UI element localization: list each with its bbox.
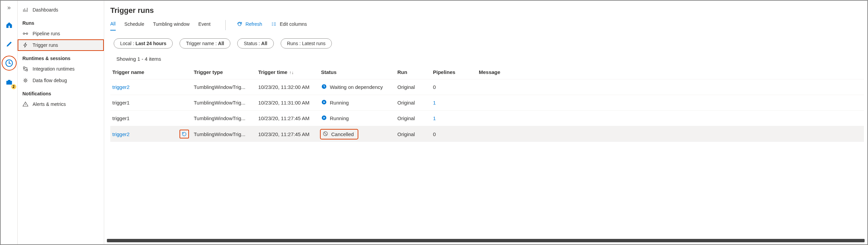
table-row[interactable]: trigger1TumblingWindowTrig...10/23/20, 1… [110, 95, 864, 110]
svg-rect-3 [6, 81, 12, 84]
table-row[interactable]: trigger1TumblingWindowTrig...10/23/20, 1… [110, 110, 864, 126]
pipelines-text: 0 [433, 131, 436, 137]
rerun-button[interactable] [180, 130, 189, 138]
run-text: Original [397, 100, 433, 106]
status-text: Waiting on dependency [330, 84, 383, 90]
sidebar-group-notifications: Notifications [18, 86, 104, 98]
tab-schedule[interactable]: Schedule [125, 20, 144, 30]
trigger-time-text: 10/23/20, 11:27:45 AM [258, 131, 321, 137]
pipelines-link[interactable]: 1 [433, 100, 436, 106]
col-header-message[interactable]: Message [479, 69, 864, 75]
trigger-type-text: TumblingWindowTrig... [194, 115, 258, 121]
pill-trigger-name[interactable]: Trigger name : All [180, 38, 230, 49]
sidebar-item-dataflow-debug[interactable]: Data flow debug [18, 75, 104, 86]
filter-pills: Local : Last 24 hours Trigger name : All… [110, 31, 864, 52]
sidebar-label: Trigger runs [33, 42, 58, 48]
sidebar-label: Data flow debug [33, 78, 67, 83]
integration-icon [22, 66, 29, 72]
pill-status[interactable]: Status : All [237, 38, 273, 49]
app-root: » 2 Dashboards Runs Pipeline runs Trigge… [1, 1, 867, 244]
trigger-name-text: trigger1 [112, 100, 130, 106]
sidebar-item-pipeline-runs[interactable]: Pipeline runs [18, 28, 104, 39]
status-cell: Running [321, 98, 351, 107]
icon-rail: » 2 [1, 1, 18, 244]
pipeline-icon [22, 31, 29, 37]
refresh-icon [237, 21, 243, 27]
monitor-icon[interactable] [3, 57, 15, 69]
status-cell: Cancelled [321, 130, 357, 138]
horizontal-scrollbar[interactable] [107, 239, 865, 242]
col-header-name[interactable]: Trigger name [112, 69, 194, 75]
tab-event[interactable]: Event [199, 20, 211, 30]
trigger-time-text: 10/23/20, 11:27:45 AM [258, 115, 321, 121]
trigger-name-link[interactable]: trigger2 [112, 84, 130, 90]
expand-icon[interactable]: » [3, 3, 15, 12]
sidebar-label: Dashboards [33, 7, 58, 13]
tab-separator [225, 20, 226, 30]
sidebar-group-runs: Runs [18, 16, 104, 28]
grid-header: Trigger name Trigger type Trigger time ↑… [110, 67, 864, 79]
sidebar-item-integration-runtimes[interactable]: Integration runtimes [18, 63, 104, 75]
svg-point-6 [26, 33, 28, 35]
col-header-status[interactable]: Status [321, 69, 397, 75]
edit-columns-button[interactable]: Edit columns [271, 21, 307, 29]
sidebar-label: Integration runtimes [33, 66, 75, 72]
sidebar-label: Alerts & metrics [33, 101, 66, 107]
trigger-name-link[interactable]: trigger2 [112, 131, 130, 137]
run-text: Original [397, 115, 433, 121]
pill-runs[interactable]: Runs : Latest runs [281, 38, 332, 49]
sidebar-group-runtimes: Runtimes & sessions [18, 51, 104, 63]
tab-tumbling[interactable]: Tumbling window [153, 20, 190, 30]
svg-rect-8 [26, 70, 28, 71]
status-cell: Running [321, 114, 351, 122]
dashboard-icon [22, 7, 29, 13]
dataflow-icon [22, 77, 29, 83]
col-header-pipelines[interactable]: Pipelines [433, 69, 479, 75]
svg-point-5 [23, 33, 25, 35]
col-header-time[interactable]: Trigger time ↑↓ [258, 69, 321, 75]
result-count: Showing 1 - 4 items [110, 52, 864, 67]
col-header-type[interactable]: Trigger type [194, 69, 258, 75]
sidebar-label: Pipeline runs [33, 31, 60, 36]
sidebar-item-alerts[interactable]: Alerts & metrics [18, 98, 104, 110]
sort-icon: ↑↓ [288, 70, 294, 75]
author-icon[interactable] [3, 38, 15, 50]
run-text: Original [397, 131, 433, 137]
svg-point-9 [25, 80, 26, 81]
trigger-type-text: TumblingWindowTrig... [194, 100, 258, 106]
status-icon [321, 115, 327, 122]
status-text: Running [330, 100, 349, 106]
status-icon [321, 99, 327, 106]
trigger-type-text: TumblingWindowTrig... [194, 131, 258, 137]
refresh-button[interactable]: Refresh [237, 21, 262, 29]
sidebar: Dashboards Runs Pipeline runs Trigger ru… [18, 1, 104, 244]
col-header-run[interactable]: Run [397, 69, 433, 75]
trigger-icon [22, 42, 29, 48]
sidebar-item-dashboards[interactable]: Dashboards [18, 4, 104, 16]
svg-rect-7 [23, 67, 25, 69]
results-grid: Trigger name Trigger type Trigger time ↑… [110, 67, 864, 142]
tabs: All Schedule Tumbling window Event Refre… [110, 20, 864, 31]
edit-columns-label: Edit columns [280, 21, 307, 27]
status-cell: Waiting on dependency [321, 83, 385, 91]
pipelines-link[interactable]: 1 [433, 115, 436, 121]
trigger-type-text: TumblingWindowTrig... [194, 84, 258, 90]
status-icon [321, 83, 327, 91]
tab-all[interactable]: All [110, 20, 116, 31]
main-pane: Trigger runs All Schedule Tumbling windo… [104, 1, 867, 244]
status-text: Running [330, 115, 349, 121]
columns-icon [271, 21, 277, 27]
page-title: Trigger runs [110, 3, 864, 20]
status-text: Cancelled [331, 131, 354, 137]
manage-icon[interactable]: 2 [3, 76, 15, 88]
table-row[interactable]: trigger2TumblingWindowTrig...10/23/20, 1… [110, 126, 864, 142]
status-icon [322, 131, 328, 138]
trigger-time-text: 10/23/20, 11:32:00 AM [258, 84, 321, 90]
home-icon[interactable] [3, 19, 15, 31]
svg-rect-4 [8, 80, 10, 81]
pill-timerange[interactable]: Local : Last 24 hours [114, 38, 173, 49]
sidebar-item-trigger-runs[interactable]: Trigger runs [18, 39, 104, 51]
table-row[interactable]: trigger2TumblingWindowTrig...10/23/20, 1… [110, 79, 864, 95]
svg-point-2 [8, 62, 10, 63]
run-text: Original [397, 84, 433, 90]
